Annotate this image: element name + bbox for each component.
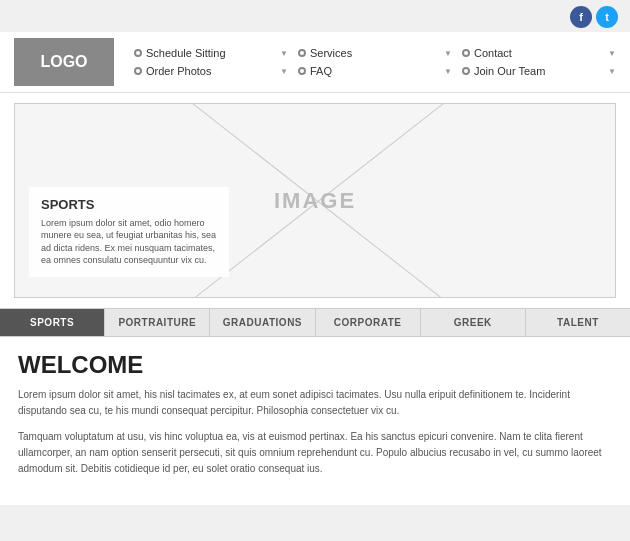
nav-label-contact: Contact [474, 47, 512, 59]
nav-label-services: Services [310, 47, 352, 59]
nav-arrow-2: ▼ [444, 49, 452, 58]
nav-item-order-photos[interactable]: Order Photos ▼ [134, 63, 288, 79]
top-bar: f t [0, 0, 630, 32]
hero-overlay-body: Lorem ipsum dolor sit amet, odio homero … [41, 217, 217, 267]
nav-label-faq: FAQ [310, 65, 332, 77]
twitter-icon[interactable]: t [596, 6, 618, 28]
nav-item-join-team[interactable]: Join Our Team ▼ [462, 63, 616, 79]
tab-sports[interactable]: Sports [0, 309, 105, 336]
navigation: Schedule Sitting ▼ Services ▼ Contact ▼ … [134, 45, 616, 79]
welcome-paragraph-2: Tamquam voluptatum at usu, vis hinc volu… [18, 429, 612, 477]
nav-bullet-1 [134, 49, 142, 57]
hero-overlay: SPORTS Lorem ipsum dolor sit amet, odio … [29, 187, 229, 277]
category-tabs: Sports Portraiture Graduations Corporate… [0, 308, 630, 337]
nav-item-services[interactable]: Services ▼ [298, 45, 452, 61]
hero-section: IMAGE SPORTS Lorem ipsum dolor sit amet,… [0, 93, 630, 308]
nav-arrow-1: ▼ [280, 49, 288, 58]
tab-talent[interactable]: Talent [526, 309, 630, 336]
tab-corporate[interactable]: Corporate [316, 309, 421, 336]
nav-label-order-photos: Order Photos [146, 65, 211, 77]
welcome-title: WELCOME [18, 351, 612, 379]
nav-item-schedule-sitting[interactable]: Schedule Sitting ▼ [134, 45, 288, 61]
welcome-section: WELCOME Lorem ipsum dolor sit amet, his … [0, 337, 630, 505]
nav-bullet-2 [298, 49, 306, 57]
welcome-paragraph-1: Lorem ipsum dolor sit amet, his nisl tac… [18, 387, 612, 419]
nav-bullet-6 [462, 67, 470, 75]
hero-image: IMAGE SPORTS Lorem ipsum dolor sit amet,… [14, 103, 616, 298]
nav-arrow-3: ▼ [608, 49, 616, 58]
tab-greek[interactable]: Greek [421, 309, 526, 336]
nav-bullet-5 [298, 67, 306, 75]
nav-item-contact[interactable]: Contact ▼ [462, 45, 616, 61]
nav-label-schedule-sitting: Schedule Sitting [146, 47, 226, 59]
tab-graduations[interactable]: Graduations [210, 309, 315, 336]
hero-overlay-title: SPORTS [41, 197, 217, 212]
header: LOGO Schedule Sitting ▼ Services ▼ Conta… [0, 32, 630, 93]
tab-portraiture[interactable]: Portraiture [105, 309, 210, 336]
facebook-icon[interactable]: f [570, 6, 592, 28]
logo: LOGO [14, 38, 114, 86]
nav-item-faq[interactable]: FAQ ▼ [298, 63, 452, 79]
nav-label-join-team: Join Our Team [474, 65, 545, 77]
image-placeholder-label: IMAGE [274, 188, 356, 214]
nav-bullet-3 [462, 49, 470, 57]
nav-arrow-4: ▼ [280, 67, 288, 76]
nav-bullet-4 [134, 67, 142, 75]
nav-arrow-5: ▼ [444, 67, 452, 76]
nav-arrow-6: ▼ [608, 67, 616, 76]
